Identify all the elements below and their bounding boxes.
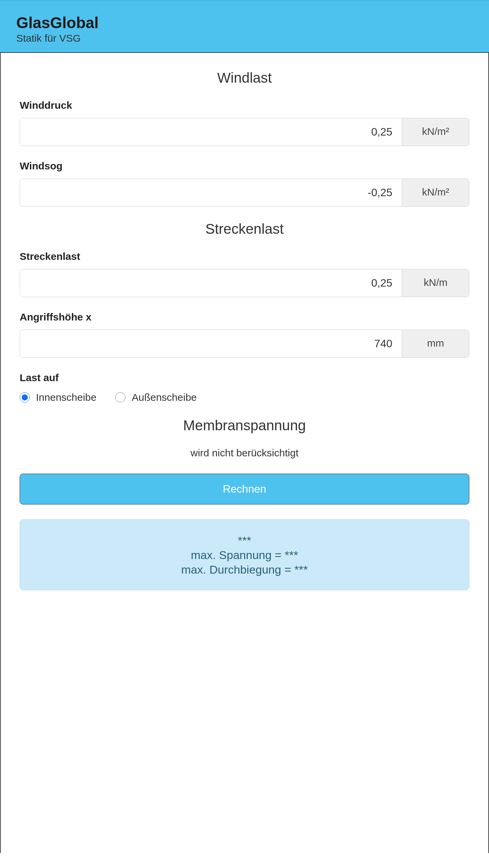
unit-streckenlast: kN/m (402, 269, 469, 297)
app-header: GlasGlobal Statik für VSG (0, 0, 489, 53)
input-windsog[interactable] (20, 179, 402, 206)
input-group-windsog: kN/m² (20, 179, 469, 207)
result-line-1: *** (27, 534, 462, 547)
radio-group-lastauf: Innenscheibe Außenscheibe (20, 392, 469, 403)
field-streckenlast: Streckenlast kN/m (20, 251, 469, 297)
input-winddruck[interactable] (20, 118, 402, 146)
field-angriffshoehe: Angriffshöhe x mm (20, 311, 469, 358)
label-lastauf: Last auf (20, 372, 469, 384)
label-streckenlast: Streckenlast (20, 251, 469, 262)
radio-label-innenscheibe: Innenscheibe (36, 392, 96, 403)
calculate-button[interactable]: Rechnen (20, 474, 469, 504)
radio-option-innenscheibe[interactable]: Innenscheibe (20, 392, 96, 403)
field-windsog: Windsog kN/m² (20, 160, 469, 207)
input-angriffshoehe[interactable] (20, 330, 402, 357)
field-lastauf: Last auf Innenscheibe Außenscheibe (20, 372, 469, 403)
unit-angriffshoehe: mm (402, 330, 469, 357)
radio-label-aussenscheibe: Außenscheibe (132, 392, 197, 403)
section-heading-streckenlast: Streckenlast (20, 221, 469, 237)
input-streckenlast[interactable] (20, 269, 402, 297)
result-line-2: max. Spannung = *** (27, 549, 462, 562)
radio-option-aussenscheibe[interactable]: Außenscheibe (115, 392, 197, 403)
unit-windsog: kN/m² (402, 179, 469, 206)
membranspannung-note: wird nicht berücksichtigt (20, 447, 469, 459)
input-group-winddruck: kN/m² (20, 118, 469, 146)
radio-aussenscheibe[interactable] (115, 392, 125, 402)
result-line-3: max. Durchbiegung = *** (27, 563, 462, 576)
label-windsog: Windsog (20, 160, 469, 172)
label-winddruck: Winddruck (20, 100, 469, 111)
section-heading-membranspannung: Membranspannung (20, 417, 469, 434)
label-angriffshoehe: Angriffshöhe x (20, 311, 469, 323)
input-group-streckenlast: kN/m (20, 269, 469, 297)
main-content: Windlast Winddruck kN/m² Windsog kN/m² S… (0, 53, 489, 853)
app-subtitle: Statik für VSG (16, 33, 473, 44)
field-winddruck: Winddruck kN/m² (20, 100, 469, 146)
section-heading-windlast: Windlast (20, 70, 469, 86)
input-group-angriffshoehe: mm (20, 330, 469, 358)
radio-innenscheibe[interactable] (20, 392, 30, 402)
result-box: *** max. Spannung = *** max. Durchbiegun… (20, 519, 469, 590)
app-title: GlasGlobal (16, 14, 473, 32)
unit-winddruck: kN/m² (402, 118, 469, 146)
